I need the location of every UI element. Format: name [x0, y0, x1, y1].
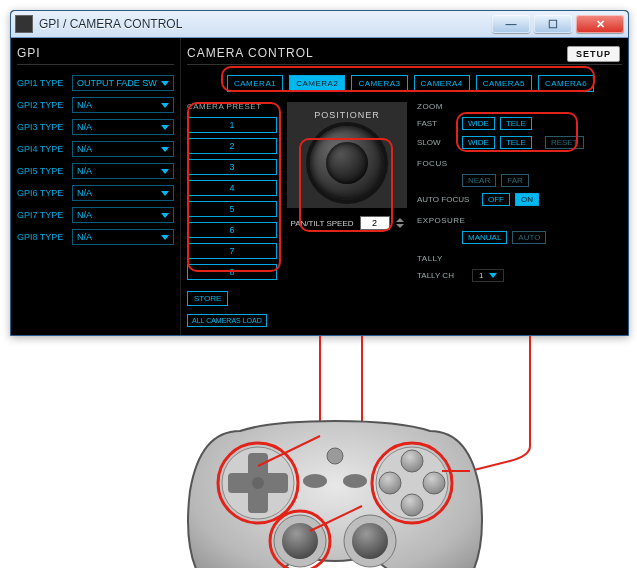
svg-point-18 [352, 523, 388, 559]
gpi-row: GPI5 TYPEN/A [17, 163, 174, 179]
gpi-label: GPI3 TYPE [17, 122, 72, 132]
preset-button[interactable]: 5 [187, 201, 277, 217]
autofocus-on-button[interactable]: ON [515, 193, 539, 206]
positioner-joystick[interactable] [310, 126, 384, 200]
store-button[interactable]: STORE [187, 291, 228, 306]
chevron-down-icon[interactable] [396, 224, 404, 228]
gpi-type-select[interactable]: N/A [72, 141, 174, 157]
gpi-row: GPI2 TYPEN/A [17, 97, 174, 113]
positioner-column: POSITIONER PAN/TILT SPEED 2 [287, 102, 407, 327]
gpi-type-select[interactable]: N/A [72, 207, 174, 223]
gpi-type-select[interactable]: N/A [72, 119, 174, 135]
gpi-row: GPI6 TYPEN/A [17, 185, 174, 201]
chevron-down-icon [161, 213, 169, 218]
camera-body: CAMERA PRESET 12345678 STORE ALL CAMERAS… [187, 102, 622, 327]
focus-near-button[interactable]: NEAR [462, 174, 496, 187]
chevron-down-icon [161, 81, 169, 86]
focus-head: FOCUS [417, 159, 622, 168]
tally-ch-value: 1 [479, 271, 483, 280]
gpi-label: GPI6 TYPE [17, 188, 72, 198]
gpi-type-value: N/A [77, 100, 92, 110]
svg-point-16 [282, 523, 318, 559]
minimize-button[interactable]: — [492, 15, 530, 33]
zoom-slow-wide-button[interactable]: WIDE [462, 136, 495, 149]
preset-button[interactable]: 4 [187, 180, 277, 196]
pan-tilt-speed-row: PAN/TILT SPEED 2 [287, 216, 407, 230]
pan-tilt-stepper[interactable] [396, 218, 404, 228]
chevron-up-icon[interactable] [396, 218, 404, 222]
gpi-label: GPI7 TYPE [17, 210, 72, 220]
gpi-label: GPI1 TYPE [17, 78, 72, 88]
preset-head: CAMERA PRESET [187, 102, 277, 111]
focus-far-button[interactable]: FAR [501, 174, 529, 187]
svg-point-6 [252, 477, 264, 489]
gpi-label: GPI8 TYPE [17, 232, 72, 242]
chevron-down-icon [161, 235, 169, 240]
maximize-button[interactable]: ☐ [534, 15, 572, 33]
positioner-label: POSITIONER [293, 110, 401, 120]
camera-tab[interactable]: CAMERA3 [351, 75, 407, 92]
camera-title: CAMERA CONTROL [187, 46, 622, 60]
gpi-type-select[interactable]: N/A [72, 97, 174, 113]
zoom-slow-tele-button[interactable]: TELE [500, 136, 532, 149]
gpi-type-select[interactable]: N/A [72, 185, 174, 201]
all-cameras-load-button[interactable]: ALL CAMERAS LOAD [187, 314, 267, 327]
preset-button[interactable]: 2 [187, 138, 277, 154]
camera-tab[interactable]: CAMERA1 [227, 75, 283, 92]
zoom-fast-tele-button[interactable]: TELE [500, 117, 532, 130]
pan-tilt-value[interactable]: 2 [360, 216, 390, 230]
gpi-panel: GPI GPI1 TYPEOUTPUT FADE SWGPI2 TYPEN/AG… [11, 38, 181, 335]
svg-point-13 [343, 474, 367, 488]
gpi-type-value: N/A [77, 188, 92, 198]
svg-point-9 [401, 494, 423, 516]
camera-tab[interactable]: CAMERA4 [414, 75, 470, 92]
preset-button[interactable]: 6 [187, 222, 277, 238]
divider [17, 64, 174, 65]
zoom-slow-label: SLOW [417, 138, 457, 147]
svg-point-11 [423, 472, 445, 494]
window-title: GPI / CAMERA CONTROL [39, 17, 488, 31]
gpi-type-value: N/A [77, 122, 92, 132]
joystick-knob[interactable] [326, 142, 368, 184]
gpi-type-value: N/A [77, 166, 92, 176]
svg-point-14 [327, 448, 343, 464]
gpi-type-select[interactable]: N/A [72, 163, 174, 179]
autofocus-off-button[interactable]: OFF [482, 193, 510, 206]
setup-button[interactable]: SETUP [567, 46, 620, 62]
tally-head: TALLY [417, 254, 622, 263]
app-icon [15, 15, 33, 33]
preset-button[interactable]: 1 [187, 117, 277, 133]
preset-button[interactable]: 7 [187, 243, 277, 259]
zoom-reset-button[interactable]: RESET [545, 136, 584, 149]
divider [187, 64, 622, 65]
camera-tabs: CAMERA1CAMERA2CAMERA3CAMERA4CAMERA5CAMER… [227, 75, 622, 92]
preset-button[interactable]: 8 [187, 264, 277, 280]
gpi-label: GPI2 TYPE [17, 100, 72, 110]
gpi-type-value: N/A [77, 210, 92, 220]
svg-point-8 [401, 450, 423, 472]
gpi-row: GPI3 TYPEN/A [17, 119, 174, 135]
exposure-auto-button[interactable]: AUTO [512, 231, 546, 244]
preset-button[interactable]: 3 [187, 159, 277, 175]
camera-tab[interactable]: CAMERA2 [289, 75, 345, 92]
zoom-fast-wide-button[interactable]: WIDE [462, 117, 495, 130]
gamepad-diagram [10, 336, 627, 568]
gpi-row: GPI4 TYPEN/A [17, 141, 174, 157]
tally-ch-label: TALLY CH [417, 271, 467, 280]
gpi-type-value: N/A [77, 232, 92, 242]
settings-column: ZOOM FAST WIDE TELE SLOW WIDE TELE RESET… [417, 102, 622, 327]
tally-ch-select[interactable]: 1 [472, 269, 504, 282]
gpi-title: GPI [17, 46, 174, 60]
exposure-manual-button[interactable]: MANUAL [462, 231, 507, 244]
camera-tab[interactable]: CAMERA6 [538, 75, 594, 92]
exposure-head: EXPOSURE [417, 216, 622, 225]
close-button[interactable]: ✕ [576, 15, 624, 33]
gpi-type-select[interactable]: N/A [72, 229, 174, 245]
gpi-row: GPI7 TYPEN/A [17, 207, 174, 223]
camera-tab[interactable]: CAMERA5 [476, 75, 532, 92]
zoom-fast-label: FAST [417, 119, 457, 128]
gpi-type-select[interactable]: OUTPUT FADE SW [72, 75, 174, 91]
gpi-row: GPI8 TYPEN/A [17, 229, 174, 245]
gpi-type-value: OUTPUT FADE SW [77, 78, 157, 88]
content-area: GPI GPI1 TYPEOUTPUT FADE SWGPI2 TYPEN/AG… [11, 38, 628, 335]
